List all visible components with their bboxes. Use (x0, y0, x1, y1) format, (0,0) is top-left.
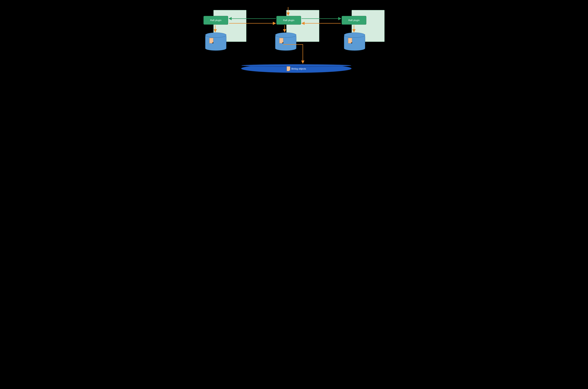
binlog-label: Binlog objects (291, 67, 306, 70)
raft-plugin-left: Raft plugin (203, 16, 228, 25)
binlog-store: Binlog objects (241, 64, 352, 73)
diagram-canvas: Raft plugin Raft plugin Raft plugin Binl… (202, 0, 386, 86)
raft-plugin-left-label: Raft plugin (210, 19, 222, 22)
raft-plugin-right: Raft plugin (342, 16, 366, 25)
cylinder-center (275, 34, 296, 51)
raft-plugin-center-label: Raft plugin (283, 19, 294, 22)
note-center (279, 38, 283, 43)
note-right (348, 38, 352, 43)
raft-plugin-center: Raft plugin (276, 16, 301, 25)
cylinder-right (344, 34, 365, 51)
cylinder-left (205, 34, 226, 51)
note-left (209, 38, 213, 43)
raft-plugin-right-label: Raft plugin (348, 19, 360, 22)
binlog-note-icon (287, 66, 290, 71)
